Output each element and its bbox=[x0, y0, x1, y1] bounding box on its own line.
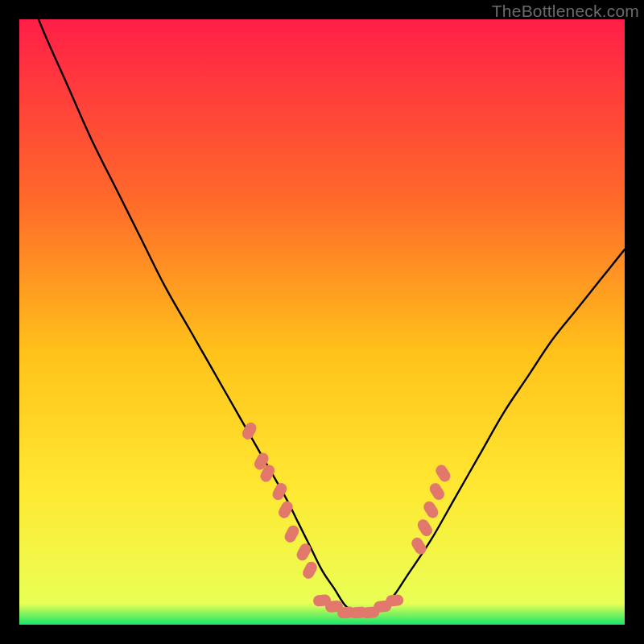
watermark-text: TheBottleneck.com bbox=[492, 2, 639, 21]
chart-frame bbox=[19, 19, 625, 625]
bottleneck-chart bbox=[19, 19, 625, 625]
chart-background bbox=[19, 19, 625, 625]
